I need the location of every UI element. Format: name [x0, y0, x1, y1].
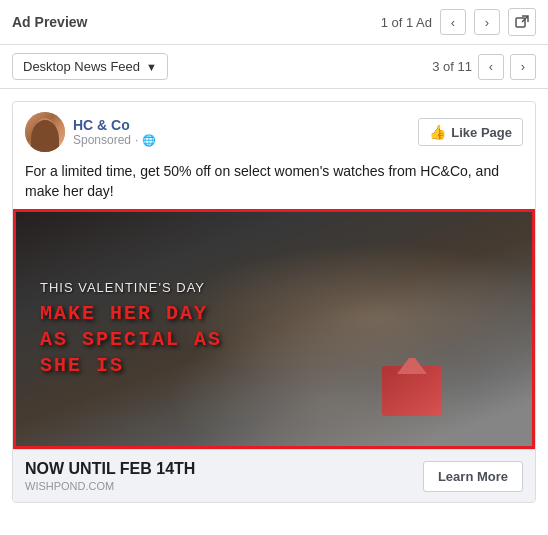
ad-image-title: MAKE HER DAYAS SPECIAL ASSHE IS [40, 301, 222, 379]
gift-box [382, 366, 442, 416]
prev-page-button[interactable]: ‹ [478, 54, 504, 80]
placement-dropdown[interactable]: Desktop News Feed ▼ [12, 53, 168, 80]
ad-profile: HC & Co Sponsored · 🌐 [25, 112, 156, 152]
gift-bow [397, 358, 427, 374]
ad-card: HC & Co Sponsored · 🌐 👍 Like Page For a … [12, 101, 536, 503]
ad-image-subtitle: THIS VALENTINE'S DAY [40, 280, 222, 295]
ad-profile-info: HC & Co Sponsored · 🌐 [73, 117, 156, 147]
ad-domain: WISHPOND.COM [25, 480, 195, 492]
ad-body-text: For a limited time, get 50% off on selec… [13, 158, 535, 209]
avatar [25, 112, 65, 152]
ad-footer: NOW UNTIL FEB 14TH WISHPOND.COM Learn Mo… [13, 449, 535, 502]
page-counter: 3 of 11 ‹ › [432, 54, 536, 80]
ad-headline: NOW UNTIL FEB 14TH [25, 460, 195, 478]
top-bar-right: 1 of 1 Ad ‹ › [381, 8, 536, 36]
like-page-button[interactable]: 👍 Like Page [418, 118, 523, 146]
globe-icon: 🌐 [142, 134, 156, 147]
like-button-label: Like Page [451, 125, 512, 140]
external-link-icon [515, 15, 529, 29]
avatar-body [31, 120, 59, 152]
ad-footer-left: NOW UNTIL FEB 14TH WISHPOND.COM [25, 460, 195, 492]
ad-header: HC & Co Sponsored · 🌐 👍 Like Page [13, 102, 535, 158]
second-bar: Desktop News Feed ▼ 3 of 11 ‹ › [0, 45, 548, 89]
learn-more-button[interactable]: Learn More [423, 461, 523, 492]
ad-counter: 1 of 1 Ad [381, 15, 432, 30]
page-title: Ad Preview [12, 14, 87, 30]
ad-sponsored-row: Sponsored · 🌐 [73, 133, 156, 147]
dropdown-arrow-icon: ▼ [146, 61, 157, 73]
sponsored-label: Sponsored [73, 133, 131, 147]
next-page-button[interactable]: › [510, 54, 536, 80]
placement-label: Desktop News Feed [23, 59, 140, 74]
dot-separator: · [135, 133, 138, 147]
thumbs-up-icon: 👍 [429, 124, 446, 140]
ad-image-text: THIS VALENTINE'S DAY MAKE HER DAYAS SPEC… [40, 280, 222, 379]
ad-image: THIS VALENTINE'S DAY MAKE HER DAYAS SPEC… [13, 209, 535, 449]
page-counter-text: 3 of 11 [432, 59, 472, 74]
avatar-image [25, 112, 65, 152]
ad-page-name[interactable]: HC & Co [73, 117, 156, 133]
top-bar: Ad Preview 1 of 1 Ad ‹ › [0, 0, 548, 45]
ad-next-button[interactable]: › [474, 9, 500, 35]
ad-prev-button[interactable]: ‹ [440, 9, 466, 35]
external-link-button[interactable] [508, 8, 536, 36]
